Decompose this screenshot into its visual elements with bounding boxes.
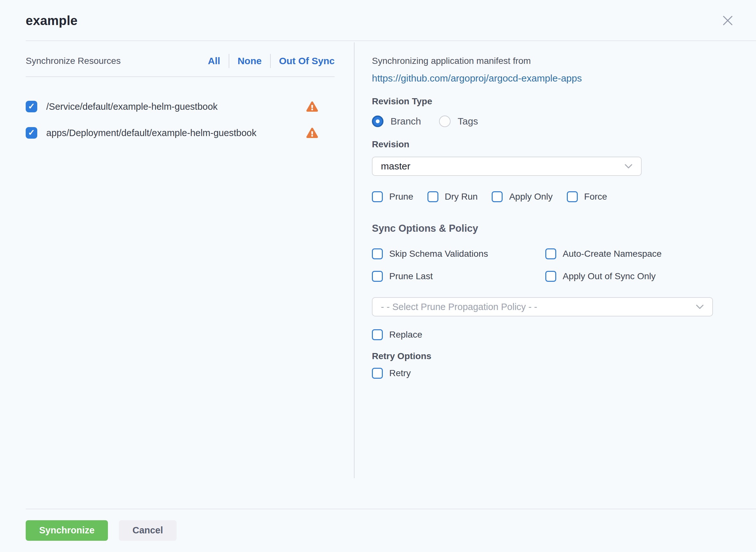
resource-list: /Service/default/example-helm-guestbook … [26,98,354,142]
radio-branch-control[interactable] [372,116,384,127]
sync-dialog: example Synchronize Resources All None O… [0,0,756,552]
flag-prune-checkbox[interactable] [372,191,383,202]
flag-apply-only[interactable]: Apply Only [492,191,552,202]
option-skip-schema-validations-checkbox[interactable] [372,248,383,259]
filter-separator [270,54,271,68]
resource-filters: All None Out Of Sync [208,54,335,68]
option-auto-create-namespace-checkbox[interactable] [545,248,556,259]
option-replace-label: Replace [389,329,422,340]
retry-options-heading: Retry Options [372,351,718,361]
option-replace[interactable]: Replace [372,329,718,340]
resource-label: apps/Deployment/default/example-helm-gue… [46,128,256,138]
option-prune-last-label: Prune Last [389,271,433,281]
prune-propagation-policy-select[interactable]: - - Select Prune Propagation Policy - - [372,297,713,316]
option-skip-schema-validations-label: Skip Schema Validations [389,249,488,259]
radio-branch[interactable]: Branch [372,116,421,127]
flag-dry-run-label: Dry Run [445,191,478,202]
option-retry-checkbox[interactable] [372,368,383,379]
flag-dry-run[interactable]: Dry Run [427,191,478,202]
option-prune-last[interactable]: Prune Last [372,271,545,282]
revision-type-label: Revision Type [372,96,718,107]
resources-panel: Synchronize Resources All None Out Of Sy… [0,41,354,509]
synchronize-button[interactable]: Synchronize [26,520,108,541]
manifest-url-link[interactable]: https://github.com/argoproj/argocd-examp… [372,72,718,85]
revision-select[interactable]: master [372,157,642,176]
resource-checkbox[interactable] [26,127,37,139]
filter-out-of-sync[interactable]: Out Of Sync [279,55,335,66]
filter-none[interactable]: None [238,55,262,66]
sync-options-grid: Skip Schema Validations Auto-Create Name… [372,248,718,282]
resource-row: apps/Deployment/default/example-helm-gue… [26,124,335,142]
revision-label: Revision [372,139,718,150]
option-prune-last-checkbox[interactable] [372,271,383,282]
dialog-body: Synchronize Resources All None Out Of Sy… [0,41,756,509]
sync-options-panel: Synchronizing application manifest from … [354,41,756,509]
prune-propagation-policy-placeholder: - - Select Prune Propagation Policy - - [381,302,537,312]
option-apply-out-of-sync-only-checkbox[interactable] [545,271,556,282]
warning-triangle-icon [306,128,318,138]
resource-row: /Service/default/example-helm-guestbook [26,98,335,116]
close-icon[interactable] [720,13,736,28]
radio-branch-label: Branch [391,116,421,127]
radio-tags[interactable]: Tags [439,116,478,127]
flag-apply-only-checkbox[interactable] [492,191,503,202]
resource-checkbox[interactable] [26,101,37,112]
chevron-down-icon [695,304,704,310]
option-apply-out-of-sync-only-label: Apply Out of Sync Only [563,271,655,281]
filter-all[interactable]: All [208,55,220,66]
flag-dry-run-checkbox[interactable] [427,191,438,202]
revision-type-radios: Branch Tags [372,116,718,127]
sync-flags: Prune Dry Run Apply Only Force [372,191,718,202]
flag-force-checkbox[interactable] [567,191,578,202]
chevron-down-icon [624,163,633,169]
flag-prune[interactable]: Prune [372,191,413,202]
option-replace-checkbox[interactable] [372,329,383,340]
resources-header: Synchronize Resources All None Out Of Sy… [26,41,335,77]
revision-select-value: master [381,161,411,172]
manifest-source-text: Synchronizing application manifest from [372,55,718,67]
dialog-footer: Synchronize Cancel [0,509,756,552]
warning-triangle-icon [306,102,318,112]
filter-separator [229,54,229,68]
option-skip-schema-validations[interactable]: Skip Schema Validations [372,248,545,259]
flag-apply-only-label: Apply Only [509,191,552,202]
option-auto-create-namespace[interactable]: Auto-Create Namespace [545,248,718,259]
option-retry-label: Retry [389,368,411,378]
cancel-button[interactable]: Cancel [119,520,176,541]
option-retry[interactable]: Retry [372,368,718,379]
radio-tags-control[interactable] [439,116,451,127]
flag-prune-label: Prune [389,191,413,202]
resources-heading: Synchronize Resources [26,56,121,66]
option-apply-out-of-sync-only[interactable]: Apply Out of Sync Only [545,271,718,282]
dialog-title: example [26,13,78,28]
resource-label: /Service/default/example-helm-guestbook [46,102,218,112]
flag-force[interactable]: Force [567,191,607,202]
radio-tags-label: Tags [458,116,478,127]
dialog-header: example [0,0,756,41]
sync-options-heading: Sync Options & Policy [372,223,718,234]
option-auto-create-namespace-label: Auto-Create Namespace [563,249,662,259]
panel-divider [354,42,354,478]
flag-force-label: Force [584,191,607,202]
